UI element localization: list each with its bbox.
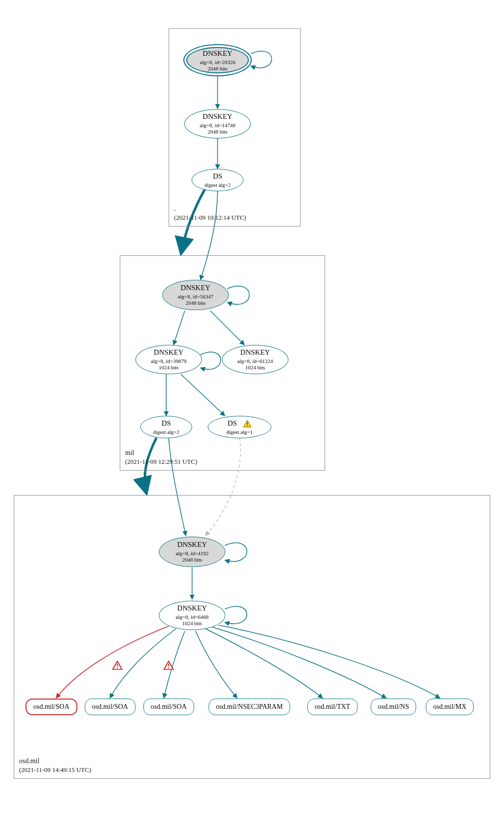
zone-mil-ts: (2021-11-09 12:29:51 UTC) — [125, 458, 197, 465]
warning-icon — [163, 661, 174, 672]
node-line3: 1024 bits — [159, 364, 179, 371]
node-line2: alg=8, id=14748 — [200, 122, 236, 129]
node-line3: 2048 bits — [182, 557, 202, 564]
node-title: DNSKEY — [177, 604, 207, 613]
dnssec-graph: . (2021-11-09 10:12:14 UTC) mil (2021-11… — [0, 0, 504, 837]
zone-name: mil — [125, 449, 134, 456]
node-title: DNSKEY — [203, 112, 233, 121]
svg-rect-0 — [247, 422, 248, 424]
rrset-label: osd.mil/MX — [433, 702, 466, 711]
node-title: DS — [161, 419, 171, 428]
zone-mil-label: mil (2021-11-09 12:29:51 UTC) — [125, 449, 197, 466]
rrset-label: osd.mil/SOA — [33, 702, 69, 711]
node-title: DNSKEY — [177, 540, 207, 549]
svg-rect-3 — [117, 667, 118, 668]
rrset-soa: osd.mil/SOA — [85, 699, 135, 715]
zone-name: osd.mil — [19, 757, 40, 765]
node-line3: 1024 bits — [245, 364, 265, 371]
node-osd-ksk: DNSKEY alg=8, id=4192 2048 bits — [159, 537, 225, 567]
rrset-label: osd.mil/SOA — [151, 702, 187, 711]
rrset-label: osd.mil/NSEC3PARAM — [216, 702, 283, 711]
rrset-txt: osd.mil/TXT — [307, 699, 358, 715]
node-line3: 2048 bits — [208, 129, 228, 136]
rrset-label: osd.mil/SOA — [92, 702, 128, 711]
rrset-nsec3param: osd.mil/NSEC3PARAM — [209, 699, 290, 715]
node-title: DNSKEY — [203, 49, 233, 58]
rrset-mx: osd.mil/MX — [426, 699, 474, 715]
svg-rect-1 — [247, 426, 248, 427]
node-line2: alg=8, id=61224 — [238, 358, 273, 365]
node-mil-ds2: DS digest alg=1 — [208, 416, 271, 438]
node-line3: 2048 bits — [186, 300, 206, 307]
node-mil-ksk: DNSKEY alg=8, id=56347 2048 bits — [162, 280, 229, 310]
node-title: DS — [213, 172, 222, 181]
node-mil-zsk2: DNSKEY alg=8, id=61224 1024 bits — [222, 345, 288, 374]
node-line2: alg=8, id=20326 — [200, 59, 236, 66]
zone-root-label: . (2021-11-09 10:12:14 UTC) — [174, 204, 246, 222]
rrset-label: osd.mil/NS — [378, 702, 409, 711]
node-line2: alg=8, id=4192 — [175, 550, 208, 557]
node-title: DS — [227, 419, 237, 428]
node-root-ds: DS digest alg=2 — [192, 169, 243, 191]
node-line2: alg=8, id=56347 — [178, 294, 214, 300]
node-line2: digest alg=2 — [204, 182, 231, 189]
zone-osd: osd.mil (2021-11-09 14:49:15 UTC) — [14, 495, 490, 779]
node-osd-zsk: DNSKEY alg=8, id=6468 1024 bits — [159, 601, 225, 630]
zone-osd-ts: (2021-11-09 14:49:15 UTC) — [19, 766, 91, 773]
node-mil-ds1: DS digest alg=2 — [140, 416, 192, 438]
rrset-label: osd.mil/TXT — [315, 702, 351, 711]
node-title: DNSKEY — [154, 348, 184, 357]
zone-osd-label: osd.mil (2021-11-09 14:49:15 UTC) — [19, 757, 91, 774]
warning-icon — [243, 420, 252, 428]
warning-icon — [112, 661, 123, 672]
zone-root-ts: (2021-11-09 10:12:14 UTC) — [174, 214, 246, 221]
node-line2: digest alg=2 — [153, 429, 179, 436]
node-line3: 1024 bits — [182, 620, 202, 627]
node-mil-zsk: DNSKEY alg=8, id=39879 1024 bits — [135, 345, 202, 374]
svg-rect-5 — [168, 667, 169, 668]
svg-rect-2 — [117, 664, 118, 666]
rrset-ns: osd.mil/NS — [371, 699, 416, 715]
node-line2: digest alg=1 — [226, 429, 253, 436]
rrset-soa-bogus: osd.mil/SOA — [25, 699, 77, 715]
zone-name: . — [174, 205, 176, 212]
node-root-zsk: DNSKEY alg=8, id=14748 2048 bits — [184, 109, 251, 138]
node-line2: alg=8, id=6468 — [175, 614, 208, 621]
node-root-ksk: DNSKEY alg=8, id=20326 2048 bits — [183, 44, 252, 76]
rrset-soa: osd.mil/SOA — [143, 699, 194, 715]
node-title: DNSKEY — [241, 348, 270, 357]
node-line2: alg=8, id=39879 — [151, 358, 187, 365]
node-line3: 2048 bits — [208, 66, 228, 72]
svg-rect-4 — [168, 664, 169, 666]
node-title: DNSKEY — [181, 283, 211, 293]
